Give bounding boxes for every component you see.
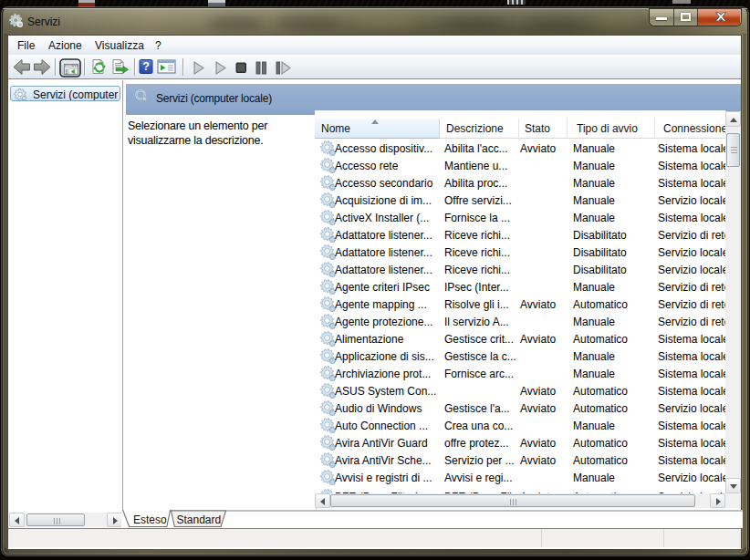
svg-text:?: ? xyxy=(142,60,150,73)
svg-text:Esteso: Esteso xyxy=(133,513,167,526)
svg-text:Standard: Standard xyxy=(177,513,222,526)
